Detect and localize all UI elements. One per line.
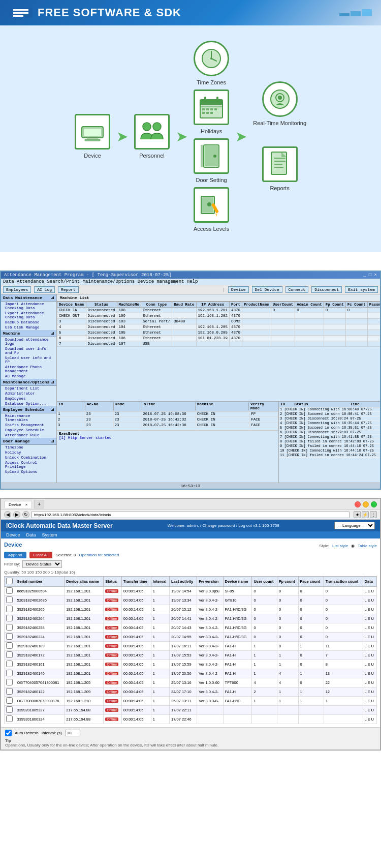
- svg-point-33: [278, 96, 282, 100]
- sidebar-item-download-user[interactable]: Download user info and Fp: [1, 346, 56, 355]
- table-row: 3Disconnected103Serial Port/38400COM2: [57, 319, 380, 324]
- table-row: 3929182460122192.168.1.209Offline00:00:1…: [5, 687, 377, 697]
- svg-rect-1: [84, 129, 101, 136]
- table-row: 5Disconnected105Ethernet192.168.0.205437…: [57, 330, 380, 336]
- btn-connect[interactable]: Connect: [285, 286, 309, 293]
- exec-event-entries: [1] Http Server started: [59, 436, 276, 440]
- browser-tab-device[interactable]: Device ×: [4, 501, 32, 508]
- monitoring-item: Real-Time Monitoring: [253, 81, 306, 126]
- select-all-checkbox[interactable]: [6, 578, 13, 584]
- sidebar-item-upload-user[interactable]: Upload user info and FP: [1, 355, 56, 365]
- table-row: 66691825000504192.168.1.201Offline00:00:…: [5, 587, 377, 596]
- table-row: CHECK INDisconnected108Ethernet192.168.1…: [57, 308, 380, 313]
- btn-device[interactable]: Device: [228, 286, 249, 293]
- nav-data[interactable]: Data: [26, 532, 36, 537]
- interval-input[interactable]: [65, 730, 80, 736]
- device-table-container[interactable]: Device Name Status MachineNo Conn type B…: [57, 302, 380, 401]
- table-row: 3929182460258192.168.1.201Offline00:00:1…: [5, 623, 377, 633]
- list-item: 9 [CHECK IN] failed in connec 16:44:10 0…: [279, 444, 380, 448]
- sidebar-item-emp-schedule[interactable]: Employee Schedule: [1, 428, 56, 433]
- sidebar-item-admin[interactable]: Administrator: [1, 391, 56, 396]
- nav-system[interactable]: System: [42, 532, 57, 537]
- sidebar-item-ac[interactable]: AC Manage: [1, 374, 56, 379]
- minimize-button[interactable]: [355, 501, 361, 507]
- auto-refresh-checkbox[interactable]: [5, 730, 12, 736]
- table-row: 3929182460224192.168.1.201Offline00:00:1…: [5, 633, 377, 642]
- sidebar-item-usb[interactable]: Usb Disk Manage: [1, 325, 56, 330]
- sidebar-item-timetables[interactable]: Maintenance Timetables: [1, 413, 56, 423]
- browser-titlebar: Device × +: [1, 499, 380, 510]
- tab-employees[interactable]: Employees: [3, 286, 31, 293]
- col-device-name: Device Name: [57, 302, 86, 308]
- device-item: Device: [75, 114, 110, 159]
- sidebar-item-attendance-rule[interactable]: Attendance Rule: [1, 433, 56, 438]
- table-row: 4Disconnected104Ethernet192.168.1.205437…: [57, 324, 380, 330]
- maximize-button[interactable]: [363, 501, 369, 507]
- sidebar-item-export[interactable]: Export Attendance Checking Data: [1, 311, 56, 320]
- list-item: 11 [CHECK IN] failed in connec 16:44:24 …: [279, 453, 380, 458]
- menu-dots-icon[interactable]: ⋮: [370, 511, 377, 518]
- append-button[interactable]: Append: [4, 552, 26, 558]
- sidebar-item-dept[interactable]: Department List: [1, 386, 56, 391]
- list-item: 1 [CHECK IN] Connecting with 16:08:40 07…: [279, 407, 380, 412]
- close-tab-icon[interactable]: ×: [25, 502, 28, 507]
- bookmark-icon[interactable]: ★: [354, 511, 361, 518]
- table-row: 6Disconnected106Ethernet101.81.228.39437…: [57, 336, 380, 341]
- tab-report[interactable]: Report: [58, 286, 79, 293]
- sidebar-item-import[interactable]: Import Attendance Checking Data: [1, 302, 56, 311]
- col-machine-no: MachineNo: [117, 302, 141, 308]
- back-button[interactable]: ◀: [4, 511, 11, 518]
- clear-all-button[interactable]: Clear All: [29, 552, 53, 558]
- nav-device[interactable]: Device: [6, 532, 20, 537]
- svg-rect-15: [202, 108, 205, 110]
- sidebar-item-unlock[interactable]: Unlock Combination: [1, 455, 56, 460]
- col-product: ProductName: [242, 302, 271, 308]
- holidays-item: Holidays: [194, 89, 229, 134]
- table-row: 3929182460161192.168.1.201Offline00:00:1…: [5, 660, 377, 669]
- svg-rect-21: [210, 112, 213, 114]
- sidebar-item-access-control[interactable]: Access Control Privilege: [1, 460, 56, 469]
- sidebar-item-upload-options[interactable]: Upload Options: [1, 469, 56, 474]
- new-tab-button[interactable]: +: [34, 500, 44, 508]
- btn-disconnect[interactable]: Disconnect: [311, 286, 342, 293]
- language-select[interactable]: ---Language---: [334, 522, 375, 529]
- list-item: 3 [CHECK IN] Disconnect 16:09:24 07-25: [279, 416, 380, 421]
- svg-rect-3: [85, 139, 100, 141]
- sidebar-item-holiday[interactable]: Holiday: [1, 450, 56, 455]
- sidebar-item-photo[interactable]: Attendance Photo Management: [1, 365, 56, 374]
- table-style-btn[interactable]: Table style: [358, 544, 377, 548]
- list-item: 5 [CHECK IN] Succeed in conn 16:35:51 07…: [279, 426, 380, 430]
- access-item: Access Levels: [194, 187, 229, 232]
- sidebar-item-employees[interactable]: Employees: [1, 396, 56, 401]
- sidebar-item-timezone[interactable]: Timezone: [1, 445, 56, 450]
- tab-aclog[interactable]: AC Log: [34, 286, 55, 293]
- reload-button[interactable]: ↻: [22, 511, 29, 518]
- access-label: Access Levels: [194, 226, 229, 232]
- list-style-btn[interactable]: List style: [332, 544, 348, 548]
- col-baud-rate: Baud Rate: [172, 302, 197, 308]
- btn-del-device[interactable]: Del Device: [252, 286, 282, 293]
- operation-btn[interactable]: Operation for selected: [79, 553, 119, 557]
- device-table: Device Name Status MachineNo Conn type B…: [57, 302, 380, 347]
- btn-exit[interactable]: Exit system: [345, 286, 378, 293]
- table-row: 3399201800324217.65.194.88Offline00:00:1…: [5, 715, 377, 724]
- table-row: 3929182460172192.168.1.201Offline00:00:1…: [5, 651, 377, 660]
- sidebar-item-shifts[interactable]: Shifts Management: [1, 423, 56, 428]
- web-col-user-count: User count: [252, 577, 277, 587]
- filter-select[interactable]: Device Status: [22, 560, 62, 568]
- holidays-label: Holidays: [201, 128, 222, 134]
- selected-label: Selected: 0: [55, 553, 76, 557]
- col-password: Passmo...: [367, 302, 380, 308]
- fullscreen-button[interactable]: [371, 501, 377, 507]
- web-col-data: Data: [363, 577, 376, 587]
- timezones-label: Time Zones: [197, 79, 226, 85]
- url-bar[interactable]: [31, 512, 350, 518]
- list-item: 10 [CHECK IN] Connecting with 16:44:10 0…: [279, 448, 380, 453]
- extension-icon[interactable]: ⚡: [362, 511, 369, 518]
- sidebar-item-db[interactable]: Database Option...: [1, 401, 56, 406]
- sidebar-item-download-logs[interactable]: Download attendance logs: [1, 337, 56, 346]
- forward-button[interactable]: ▶: [13, 511, 20, 518]
- sidebar-item-backup[interactable]: Backup Database: [1, 320, 56, 325]
- svg-point-24: [213, 155, 216, 158]
- device-web-table-container[interactable]: Serial number Device alias name Status T…: [4, 576, 377, 724]
